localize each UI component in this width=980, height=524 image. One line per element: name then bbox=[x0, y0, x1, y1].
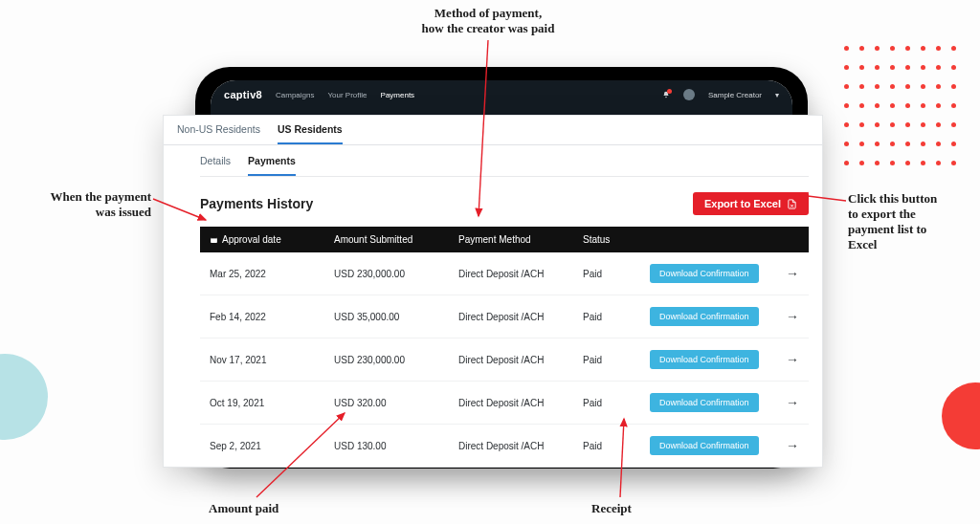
svg-rect-1 bbox=[211, 237, 217, 239]
cell-method: Direct Deposit /ACH bbox=[458, 398, 583, 408]
table-row: Feb 14, 2022USD 35,000.00Direct Deposit … bbox=[200, 295, 809, 338]
cell-status: Paid bbox=[583, 312, 650, 322]
callout-receipt: Receipt bbox=[591, 501, 632, 516]
cell-amount: USD 320.00 bbox=[334, 398, 458, 408]
brand-logo: captiv8 bbox=[224, 89, 262, 100]
payments-table: Approval date Amount Submitted Payment M… bbox=[200, 227, 809, 467]
bell-icon[interactable] bbox=[662, 91, 670, 98]
cell-approval-date: Sep 2, 2021 bbox=[210, 441, 334, 451]
subtab-details[interactable]: Details bbox=[200, 155, 231, 176]
callout-payment-method: Method of payment, how the creator was p… bbox=[364, 6, 612, 36]
row-expand-arrow-icon[interactable]: → bbox=[770, 438, 799, 453]
cell-approval-date: Mar 25, 2022 bbox=[210, 269, 334, 279]
cell-amount: USD 230,000.00 bbox=[334, 269, 458, 279]
tab-non-us-residents[interactable]: Non-US Residents bbox=[177, 123, 260, 144]
row-expand-arrow-icon[interactable]: → bbox=[770, 309, 799, 324]
table-row: Nov 17, 2021USD 230,000.00Direct Deposit… bbox=[200, 338, 809, 382]
cell-status: Paid bbox=[583, 398, 650, 408]
col-status[interactable]: Status bbox=[583, 234, 650, 245]
decorative-circle-left bbox=[0, 354, 48, 440]
export-button-label: Export to Excel bbox=[704, 198, 781, 209]
user-menu-label[interactable]: Sample Creator bbox=[708, 91, 762, 99]
decorative-circle-right bbox=[942, 382, 980, 449]
col-amount-submitted[interactable]: Amount Submitted bbox=[334, 234, 458, 245]
cell-method: Direct Deposit /ACH bbox=[458, 441, 583, 451]
download-confirmation-button[interactable]: Download Confirmation bbox=[650, 307, 759, 326]
cell-method: Direct Deposit /ACH bbox=[458, 269, 583, 279]
callout-amount-paid: Amount paid bbox=[209, 501, 278, 516]
cell-approval-date: Feb 14, 2022 bbox=[210, 312, 334, 322]
download-confirmation-button[interactable]: Download Confirmation bbox=[650, 393, 759, 412]
download-confirmation-button[interactable]: Download Confirmation bbox=[650, 264, 759, 283]
residency-tabs: Non-US Residents US Residents bbox=[164, 116, 822, 145]
nav-campaigns[interactable]: Campaigns bbox=[276, 91, 314, 99]
cell-amount: USD 130.00 bbox=[334, 441, 458, 451]
row-expand-arrow-icon[interactable]: → bbox=[770, 352, 799, 367]
row-expand-arrow-icon[interactable]: → bbox=[770, 266, 799, 281]
cell-method: Direct Deposit /ACH bbox=[458, 355, 583, 365]
callout-export-button: Click this button to export the payment … bbox=[848, 191, 972, 252]
table-header-row: Approval date Amount Submitted Payment M… bbox=[200, 227, 809, 252]
subtab-payments[interactable]: Payments bbox=[248, 155, 296, 176]
nav-payments[interactable]: Payments bbox=[381, 91, 415, 99]
col-payment-method[interactable]: Payment Method bbox=[458, 234, 583, 245]
cell-method: Direct Deposit /ACH bbox=[458, 312, 583, 322]
app-topbar: captiv8 Campaigns Your Profile Payments … bbox=[211, 80, 792, 109]
settings-sheet: Non-US Residents US Residents Details Pa… bbox=[163, 115, 823, 468]
table-row: Oct 19, 2021USD 320.00Direct Deposit /AC… bbox=[200, 382, 809, 425]
decorative-dot-grid bbox=[844, 46, 959, 151]
tab-us-residents[interactable]: US Residents bbox=[278, 123, 343, 144]
nav-profile[interactable]: Your Profile bbox=[327, 91, 367, 99]
export-to-excel-button[interactable]: Export to Excel bbox=[693, 192, 809, 215]
avatar[interactable] bbox=[683, 89, 695, 100]
notification-dot bbox=[667, 89, 672, 94]
cell-amount: USD 35,000.00 bbox=[334, 312, 458, 322]
table-row: Sep 2, 2021USD 130.00Direct Deposit /ACH… bbox=[200, 425, 809, 467]
table-row: Mar 25, 2022USD 230,000.00Direct Deposit… bbox=[200, 252, 809, 295]
cell-approval-date: Oct 19, 2021 bbox=[210, 398, 334, 408]
cell-status: Paid bbox=[583, 441, 650, 451]
download-confirmation-button[interactable]: Download Confirmation bbox=[650, 350, 759, 369]
download-confirmation-button[interactable]: Download Confirmation bbox=[650, 436, 759, 455]
col-approval-date[interactable]: Approval date bbox=[210, 234, 334, 245]
cell-status: Paid bbox=[583, 269, 650, 279]
cell-amount: USD 230,000.00 bbox=[334, 355, 458, 365]
cell-approval-date: Nov 17, 2021 bbox=[210, 355, 334, 365]
settings-subtabs: Details Payments bbox=[200, 155, 809, 177]
col-approval-date-label: Approval date bbox=[222, 234, 281, 245]
caret-down-icon[interactable]: ▾ bbox=[775, 91, 779, 99]
row-expand-arrow-icon[interactable]: → bbox=[770, 395, 799, 410]
excel-file-icon bbox=[787, 199, 797, 209]
cell-status: Paid bbox=[583, 355, 650, 365]
payments-history-title: Payments History bbox=[200, 196, 313, 211]
calendar-icon bbox=[210, 235, 218, 244]
callout-approval-date: When the payment was issued bbox=[8, 189, 151, 220]
